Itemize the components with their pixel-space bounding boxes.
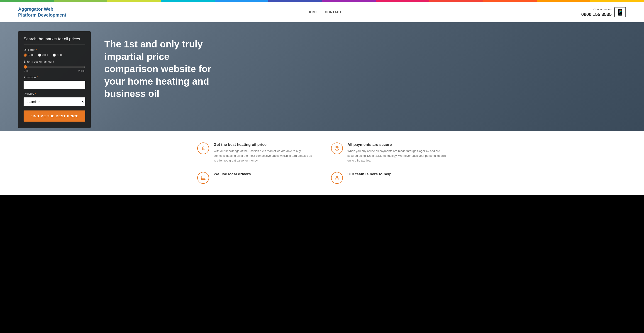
nav-home[interactable]: HOME: [308, 10, 318, 14]
postcode-label: Postcode *: [24, 76, 85, 79]
feature-text-4: Our team is here to help: [348, 172, 392, 178]
nav-contact[interactable]: CONTACT: [325, 10, 342, 14]
radio-label-800: 800L: [42, 53, 49, 57]
slider-labels: 500L 2500L: [24, 70, 85, 72]
feature-title-1: Get the best heating oil price: [214, 142, 313, 147]
feature-text-1: Get the best heating oil price With our …: [214, 142, 313, 163]
radio-label-500: 500L: [28, 53, 34, 57]
hero-section: Search the market for oil prices Oil Lit…: [0, 22, 644, 131]
slider-container: 500L 2500L: [24, 65, 85, 72]
feature-item-4: Our team is here to help: [331, 172, 447, 184]
feature-text-2: All payments are secure When you buy onl…: [348, 142, 447, 163]
phone-number: 0800 155 3535: [582, 12, 612, 17]
slider-max: 2500L: [78, 70, 85, 72]
radio-input-500[interactable]: [24, 54, 27, 57]
search-form-title: Search the market for oil prices: [24, 37, 85, 44]
slider-min: 500L: [24, 70, 29, 72]
feature-item-2: All payments are secure When you buy onl…: [331, 142, 447, 163]
hero-content: Search the market for oil prices Oil Lit…: [0, 22, 644, 131]
postcode-input[interactable]: [24, 81, 85, 89]
radio-500l[interactable]: 500L: [24, 53, 34, 57]
features-section: £ Get the best heating oil price With ou…: [0, 131, 644, 195]
litres-slider[interactable]: [24, 65, 85, 69]
logo: Aggregator Web Platform Development: [18, 6, 68, 18]
features-grid: £ Get the best heating oil price With ou…: [197, 142, 447, 184]
hero-tagline: The 1st and only truly impartial price c…: [104, 38, 222, 100]
feature-text-3: We use local drivers: [214, 172, 251, 178]
feature-desc-2: When you buy online all payments are mad…: [348, 149, 447, 163]
contact-label: Contact us on: [582, 7, 612, 12]
feature-icon-1: £: [197, 142, 209, 154]
feature-item-3: We use local drivers: [197, 172, 313, 184]
feature-desc-1: With our knowledge of the Scottish fuels…: [214, 149, 313, 163]
feature-icon-3: [197, 172, 209, 184]
svg-point-2: [336, 176, 338, 178]
search-form: Search the market for oil prices Oil Lit…: [18, 31, 91, 128]
find-best-price-button[interactable]: FIND ME THE BEST PRICE: [24, 110, 85, 122]
radio-input-800[interactable]: [38, 54, 41, 57]
custom-amount-label: Enter a custom amount: [24, 60, 85, 63]
feature-icon-2: [331, 142, 343, 154]
feature-title-2: All payments are secure: [348, 142, 447, 147]
feature-title-4: Our team is here to help: [348, 172, 392, 176]
delivery-select[interactable]: Standard Express: [24, 97, 85, 106]
radio-input-1000[interactable]: [52, 54, 56, 57]
phone-icon: 📱: [614, 7, 626, 17]
oil-litres-label: Oil Litres *: [24, 48, 85, 52]
header: Aggregator Web Platform Development HOME…: [0, 2, 644, 22]
feature-title-3: We use local drivers: [214, 172, 251, 176]
radio-label-1000: 1000L: [57, 53, 65, 57]
svg-rect-1: [201, 176, 205, 179]
radio-1000l[interactable]: 1000L: [52, 53, 65, 57]
feature-item-1: £ Get the best heating oil price With ou…: [197, 142, 313, 163]
header-contact: Contact us on 0800 155 3535 📱: [582, 7, 626, 17]
radio-800l[interactable]: 800L: [38, 53, 49, 57]
main-nav: HOME CONTACT: [308, 10, 342, 14]
delivery-label: Delivery *: [24, 92, 85, 96]
feature-icon-4: [331, 172, 343, 184]
color-bar: [0, 0, 644, 2]
oil-litres-radio-group: 500L 800L 1000L: [24, 53, 85, 57]
